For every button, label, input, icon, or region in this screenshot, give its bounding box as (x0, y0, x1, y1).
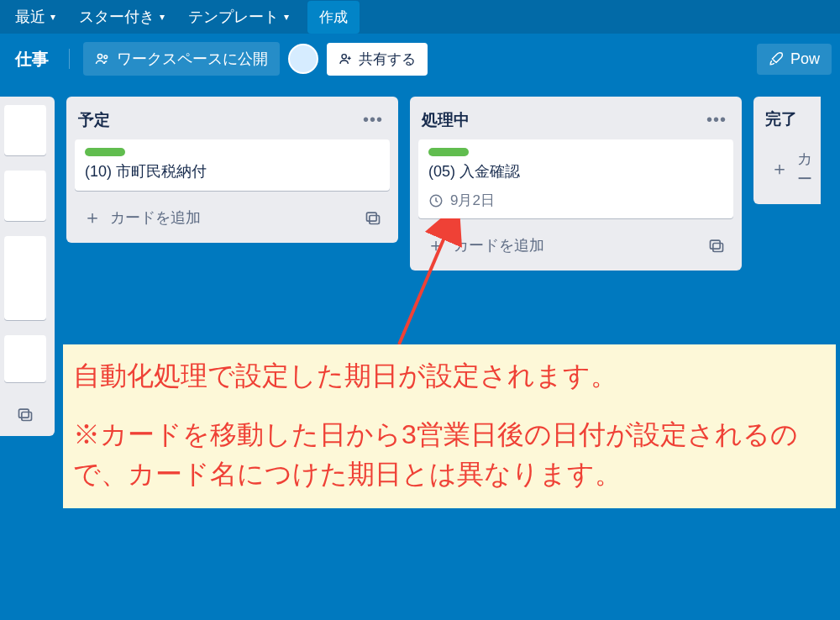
list-header: 完了 (762, 105, 812, 132)
card-placeholder[interactable] (4, 171, 46, 221)
card-placeholder[interactable] (4, 105, 46, 155)
chevron-down-icon: ▾ (50, 11, 55, 23)
top-navigation: 最近 ▾ スター付き ▾ テンプレート ▾ 作成 (0, 0, 840, 34)
svg-rect-3 (19, 409, 29, 418)
add-card-button[interactable]: ＋ カードを追加 (80, 202, 204, 233)
list-header: 処理中 ••• (418, 105, 733, 133)
chevron-down-icon: ▾ (284, 11, 289, 23)
add-card-row: ＋ カー (762, 139, 812, 196)
plus-icon: ＋ (770, 160, 789, 178)
annotation-callout: 自動化処理で設定した期日が設定されます。 ※カードを移動した日から3営業日後の日… (63, 344, 836, 508)
create-button[interactable]: 作成 (307, 1, 360, 34)
label-green[interactable] (428, 148, 469, 156)
annotation-line2: ※カードを移動した日から3営業日後の日付が設定されるので、カード名につけた期日と… (73, 415, 826, 493)
svg-point-0 (97, 54, 102, 58)
card-placeholder[interactable] (4, 236, 46, 320)
board-header: 仕事 ワークスペースに公開 共有する Pow (0, 34, 840, 84)
card-badges: 9月2日 (428, 191, 723, 210)
list-partial-left (0, 97, 55, 436)
add-card-button[interactable]: ＋ カードを追加 (423, 230, 548, 260)
due-date-badge[interactable]: 9月2日 (450, 191, 495, 210)
svg-rect-6 (370, 216, 380, 224)
powerups-button[interactable]: Pow (757, 44, 832, 75)
list-menu-button[interactable]: ••• (360, 108, 386, 131)
create-button-label: 作成 (319, 9, 348, 25)
list-menu-button[interactable]: ••• (703, 108, 730, 131)
powerups-label: Pow (790, 50, 820, 68)
avatar[interactable] (288, 44, 318, 74)
nav-recent-label: 最近 (15, 7, 45, 27)
list-scheduled: 予定 ••• (10) 市町民税納付 ＋ カードを追加 (66, 97, 398, 243)
card[interactable]: (10) 市町民税納付 (75, 139, 390, 191)
card-placeholder[interactable] (4, 335, 46, 382)
label-green[interactable] (85, 148, 125, 156)
list-title[interactable]: 予定 (78, 109, 110, 131)
list-done: 完了 ＋ カー (753, 97, 821, 204)
list-title[interactable]: 処理中 (422, 109, 470, 131)
board-name[interactable]: 仕事 (8, 45, 55, 74)
card-title: (05) 入金確認 (428, 161, 723, 182)
nav-starred[interactable]: スター付き ▾ (71, 2, 173, 32)
add-card-label: カードを追加 (110, 208, 201, 228)
template-card-button[interactable] (361, 206, 385, 229)
list-title[interactable]: 完了 (765, 108, 797, 130)
template-icon (365, 209, 381, 226)
visibility-button[interactable]: ワークスペースに公開 (83, 42, 280, 76)
add-card-row: ＋ カードを追加 (418, 225, 733, 262)
add-card-button[interactable]: ＋ カー (767, 144, 816, 194)
chevron-down-icon: ▾ (160, 11, 165, 23)
plus-icon: ＋ (427, 236, 445, 255)
template-icon (17, 406, 34, 423)
nav-recent[interactable]: 最近 ▾ (7, 2, 64, 32)
template-card-button[interactable] (705, 234, 728, 257)
template-icon (708, 237, 725, 254)
nav-templates[interactable]: テンプレート ▾ (180, 2, 297, 32)
add-user-icon (339, 52, 352, 66)
svg-point-2 (342, 55, 346, 59)
nav-templates-label: テンプレート (188, 7, 279, 27)
people-icon (95, 51, 110, 66)
list-processing: 処理中 ••• (05) 入金確認 9月2日 ＋ カードを追加 (410, 97, 742, 271)
plus-icon: ＋ (83, 208, 102, 227)
separator (69, 49, 70, 69)
annotation-line1: 自動化処理で設定した期日が設定されます。 (73, 356, 826, 395)
svg-rect-4 (22, 412, 32, 421)
card[interactable]: (05) 入金確認 9月2日 (418, 139, 733, 218)
svg-rect-9 (713, 244, 723, 252)
rocket-icon (769, 51, 784, 66)
visibility-label: ワークスペースに公開 (117, 49, 268, 69)
share-label: 共有する (359, 50, 416, 69)
share-button[interactable]: 共有する (327, 43, 428, 76)
nav-starred-label: スター付き (79, 7, 155, 27)
svg-point-1 (104, 55, 108, 59)
add-card-row (4, 397, 46, 428)
svg-rect-5 (367, 213, 377, 221)
template-card-button[interactable] (13, 402, 37, 426)
card-title: (10) 市町民税納付 (85, 161, 380, 182)
add-card-label: カー (797, 149, 812, 189)
svg-rect-8 (711, 240, 721, 249)
list-header: 予定 ••• (75, 105, 390, 133)
clock-icon (428, 193, 444, 208)
add-card-row: ＋ カードを追加 (75, 197, 390, 234)
add-card-label: カードを追加 (454, 235, 544, 255)
